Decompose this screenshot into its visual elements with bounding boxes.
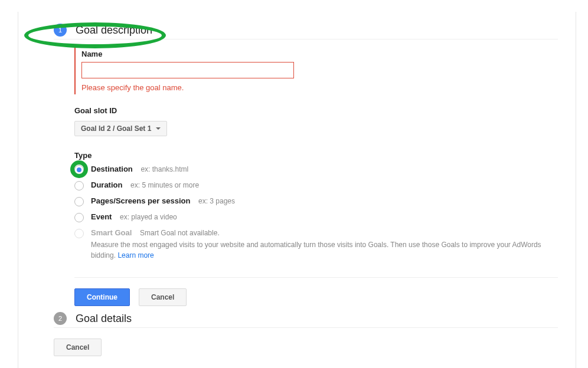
radio-icon (74, 213, 84, 222)
step-1-badge: 1 (54, 24, 67, 37)
chevron-down-icon (156, 127, 161, 130)
slot-dropdown[interactable]: Goal Id 2 / Goal Set 1 (74, 121, 167, 136)
radio-example: ex: thanks.html (141, 165, 188, 173)
radio-example: ex: 3 pages (198, 197, 235, 205)
step-2-header: 2 Goal details (54, 312, 558, 328)
radio-example: ex: played a video (120, 213, 177, 221)
radio-pages[interactable]: Pages/Screens per session ex: 3 pages (74, 196, 558, 206)
step-1-header: 1 Goal description (54, 24, 558, 40)
radio-label: Destination (91, 165, 133, 173)
radio-icon (74, 165, 84, 175)
learn-more-link[interactable]: Learn more (117, 251, 153, 259)
cancel-button[interactable]: Cancel (139, 288, 187, 306)
divider (74, 277, 558, 278)
radio-destination[interactable]: Destination ex: thanks.html (74, 165, 558, 175)
radio-icon (74, 197, 84, 206)
name-section: Name Please specify the goal name. (74, 47, 558, 94)
slot-selected: Goal Id 2 / Goal Set 1 (81, 124, 151, 133)
name-input[interactable] (81, 62, 294, 78)
radio-label: Event (91, 212, 112, 221)
type-label: Type (74, 151, 558, 160)
radio-smart-goal: Smart Goal Smart Goal not available. Mea… (74, 228, 558, 261)
radio-example: ex: 5 minutes or more (130, 181, 199, 189)
step-1-title: Goal description (76, 24, 152, 37)
slot-section: Goal slot ID Goal Id 2 / Goal Set 1 (74, 106, 558, 136)
radio-label: Pages/Screens per session (91, 196, 190, 205)
radio-label: Smart Goal (91, 228, 132, 237)
step-2-title: Goal details (76, 313, 132, 325)
radio-icon (74, 229, 84, 238)
continue-button[interactable]: Continue (74, 288, 130, 306)
radio-duration[interactable]: Duration ex: 5 minutes or more (74, 180, 558, 190)
slot-label: Goal slot ID (74, 106, 558, 115)
name-error: Please specify the goal name. (81, 83, 558, 92)
name-label: Name (81, 50, 558, 58)
radio-event[interactable]: Event ex: played a video (74, 212, 558, 222)
type-section: Type Destination ex: thanks.html Duratio… (74, 151, 558, 261)
type-radio-list: Destination ex: thanks.html Duration ex:… (74, 165, 558, 261)
button-row: Continue Cancel (74, 288, 558, 306)
smart-goal-description: Measure the most engaged visits to your … (91, 239, 558, 261)
smart-goal-desc-text: Measure the most engaged visits to your … (91, 241, 541, 259)
outer-cancel-button[interactable]: Cancel (54, 339, 102, 356)
radio-icon (74, 181, 84, 190)
radio-label: Duration (91, 180, 122, 189)
step-2-badge: 2 (54, 312, 67, 325)
radio-example: Smart Goal not available. (140, 229, 220, 237)
